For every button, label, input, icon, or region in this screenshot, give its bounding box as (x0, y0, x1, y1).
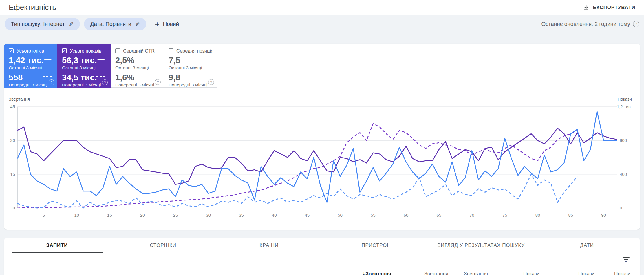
x-axis-tick: 60 (404, 213, 409, 218)
metric-current-caption: Останні 3 місяці (169, 65, 213, 71)
filter-chip-date[interactable]: Дата: Порівняти ✎ (84, 18, 147, 30)
x-axis-tick: 55 (371, 213, 376, 218)
dimensions-card: ЗАПИТИСТОРІНКИКРАЇНИПРИСТРОЇВИГЛЯД У РЕЗ… (4, 238, 640, 275)
tab-search-appearance[interactable]: ВИГЛЯД У РЕЗУЛЬТАТАХ ПОШУКУ (428, 238, 534, 253)
metric-label: Середня позиція (176, 48, 213, 54)
help-icon[interactable]: ? (49, 79, 54, 85)
table-header-row: ↓ ЗвертанняЗвертанняЗвертанняПоказиПоказ… (4, 268, 640, 275)
x-axis-tick: 35 (239, 213, 244, 218)
metric-current-caption: Останні 3 місяці (115, 65, 160, 71)
metric-current-caption: Останні 3 місяці (62, 65, 107, 71)
tab-queries[interactable]: ЗАПИТИ (4, 238, 110, 253)
export-label: ЕКСПОРТУВАТИ (593, 5, 635, 10)
filter-chip-search-type-label: Тип пошуку: Інтернет (11, 21, 65, 27)
metric-previous-value: 9,8 (169, 73, 213, 82)
last-updated-text: Останнє оновлення: 2 години тому (541, 21, 630, 27)
metric-current-value: 7,5 (169, 56, 213, 65)
performance-card: ✓ Усього кліків 1,42 тис. Останні 3 міся… (4, 44, 640, 230)
metric-label: Усього показів (70, 48, 102, 54)
x-axis-tick: 80 (535, 213, 540, 218)
edit-pencil-icon[interactable]: ✎ (69, 21, 74, 28)
x-axis-tick: 5 (43, 213, 45, 218)
right-axis-tick: 400 (620, 172, 627, 177)
plus-icon: + (155, 20, 159, 28)
series-line-3 (17, 111, 617, 202)
x-axis-tick: 85 (568, 213, 573, 218)
x-axis-tick: 30 (206, 213, 211, 218)
right-axis-tick: 800 (620, 138, 627, 143)
tab-pages[interactable]: СТОРІНКИ (110, 238, 216, 253)
previous-period-line-icon (96, 76, 106, 77)
help-icon[interactable]: ? (155, 79, 161, 85)
metric-card-average-position[interactable]: Середня позиція 7,5 Останні 3 місяці 9,8… (164, 44, 217, 88)
edit-pencil-icon[interactable]: ✎ (135, 21, 140, 28)
x-axis-tick: 75 (502, 213, 507, 218)
metric-previous-caption: Попередні 3 місяці (9, 82, 53, 88)
performance-chart[interactable]: ЗвертанняПокази1,2 тис.01530450400800510… (4, 93, 640, 230)
x-axis-tick: 25 (173, 213, 178, 218)
metric-previous-caption: Попередні 3 місяці (62, 82, 107, 88)
checkbox-unchecked-icon[interactable] (115, 48, 120, 53)
new-filter-label: Новий (163, 21, 179, 27)
x-axis-tick: 20 (140, 213, 145, 218)
page-title: Ефективність (9, 3, 56, 12)
x-axis-tick: 10 (74, 213, 79, 218)
right-axis-tick: 1,2 тис. (617, 104, 632, 109)
help-icon[interactable]: ? (102, 79, 108, 85)
help-icon[interactable]: ? (633, 21, 639, 27)
top-bar: Ефективність ЕКСПОРТУВАТИ (0, 0, 644, 15)
performance-chart-area: ЗвертанняПокази1,2 тис.01530450400800510… (4, 93, 640, 230)
x-axis-tick: 65 (436, 213, 441, 218)
metric-previous-caption: Попередні 3 місяці (115, 82, 160, 88)
tab-countries[interactable]: КРАЇНИ (216, 238, 322, 253)
current-period-line-icon (97, 59, 105, 60)
column-header-impressions-0[interactable]: Покази (476, 271, 539, 275)
dimension-tabs: ЗАПИТИСТОРІНКИКРАЇНИПРИСТРОЇВИГЛЯД У РЕЗ… (4, 238, 640, 253)
metric-card-total-impressions[interactable]: ✓ Усього показів 56,3 тис. Останні 3 міс… (57, 44, 111, 88)
checkbox-checked-icon[interactable]: ✓ (9, 48, 14, 53)
new-filter-button[interactable]: + Новий (155, 20, 179, 28)
column-header-clicks-0[interactable]: Звертання (328, 271, 391, 275)
metric-card-average-ctr[interactable]: Середній CTR 2,5% Останні 3 місяці 1,6% … (111, 44, 164, 88)
table-filter-row (4, 253, 640, 268)
x-axis-tick: 70 (469, 213, 474, 218)
checkbox-checked-icon[interactable]: ✓ (62, 48, 67, 53)
filter-list-icon[interactable] (623, 257, 630, 263)
metric-current-value: 56,3 тис. (62, 56, 107, 65)
x-axis-tick: 15 (107, 213, 112, 218)
metric-previous-value: 34,5 тис. (62, 73, 107, 82)
checkbox-unchecked-icon[interactable] (169, 48, 173, 53)
x-axis-tick: 40 (272, 213, 277, 218)
metric-card-total-clicks[interactable]: ✓ Усього кліків 1,42 тис. Останні 3 міся… (4, 44, 57, 88)
metric-tiles: ✓ Усього кліків 1,42 тис. Останні 3 міся… (4, 44, 217, 88)
filter-bar: Тип пошуку: Інтернет ✎ Дата: Порівняти ✎… (0, 17, 644, 31)
metric-previous-caption: Попередні 3 місяці (169, 82, 213, 88)
left-axis-tick: 45 (10, 104, 15, 109)
download-icon (583, 4, 590, 11)
previous-period-line-icon (43, 76, 53, 77)
export-button[interactable]: ЕКСПОРТУВАТИ (583, 4, 635, 11)
tab-devices[interactable]: ПРИСТРОЇ (322, 238, 428, 253)
x-axis-tick: 45 (305, 213, 310, 218)
metric-previous-value: 558 (9, 73, 53, 82)
metric-current-value: 2,5% (115, 56, 160, 65)
left-axis-tick: 0 (13, 205, 15, 210)
metric-previous-value: 1,6% (115, 73, 160, 82)
metric-label: Усього кліків (17, 48, 44, 54)
metric-current-value: 1,42 тис. (9, 56, 53, 65)
x-axis-tick: 90 (601, 213, 606, 218)
metric-label: Середній CTR (123, 48, 155, 54)
right-axis-title: Покази (618, 97, 632, 102)
column-header-impressions-2[interactable]: Покази (567, 271, 630, 275)
x-axis-tick: 50 (338, 213, 343, 218)
left-axis-tick: 30 (10, 138, 15, 143)
right-axis-tick: 0 (620, 205, 622, 210)
filter-chip-date-label: Дата: Порівняти (90, 21, 131, 27)
tab-dates[interactable]: ДАТИ (534, 238, 640, 253)
current-period-line-icon (44, 59, 52, 60)
last-updated: Останнє оновлення: 2 години тому ? (541, 21, 640, 27)
help-icon[interactable]: ? (208, 79, 214, 85)
series-line-2 (17, 127, 617, 184)
left-axis-title: Звертання (9, 97, 30, 102)
filter-chip-search-type[interactable]: Тип пошуку: Інтернет ✎ (5, 18, 80, 30)
